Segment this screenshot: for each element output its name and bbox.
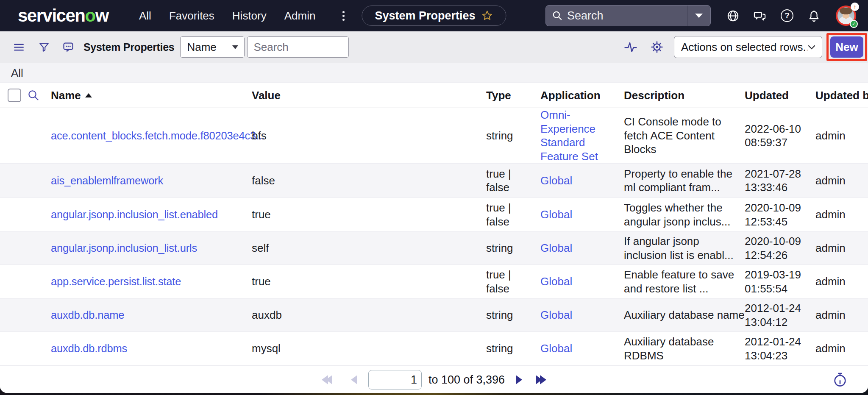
last-page-button[interactable] — [536, 375, 546, 384]
description-cell: If angular jsonp inclusion list is enabl… — [624, 234, 745, 262]
type-cell: string — [486, 342, 540, 356]
activity-stream-icon[interactable] — [624, 40, 637, 54]
application-link[interactable]: Global — [540, 208, 572, 221]
table-row[interactable]: auxdb.db.name auxdb string Global Auxili… — [0, 299, 868, 332]
nav-item-favorites[interactable]: Favorites — [169, 9, 214, 22]
list-search-input[interactable] — [247, 36, 349, 58]
row-gutter — [0, 232, 51, 264]
chat-icon[interactable] — [754, 9, 767, 22]
row-gutter — [0, 198, 51, 231]
table-row[interactable]: app.service.persist.list.state true true… — [0, 265, 868, 299]
type-cell: string — [486, 241, 540, 255]
application-link[interactable]: Omni-Experience Standard Feature Set — [540, 108, 598, 163]
value-cell: false — [252, 174, 486, 188]
actions-dropdown[interactable]: Actions on selected rows... — [674, 36, 822, 58]
table-row[interactable]: angular.jsonp.inclusion_list.enabled tru… — [0, 198, 868, 232]
value-cell: mysql — [252, 342, 486, 356]
type-cell: true | false — [486, 167, 540, 195]
column-header-type[interactable]: Type — [486, 89, 540, 102]
column-header-name-label: Name — [51, 89, 81, 102]
servicenow-logo[interactable]: servicenow — [18, 6, 108, 26]
favorite-star-icon[interactable] — [481, 10, 493, 22]
comments-icon[interactable] — [62, 41, 74, 53]
updated-cell: 2021-07-28 13:33:46 — [745, 167, 815, 195]
column-header-description[interactable]: Description — [624, 89, 745, 102]
application-link[interactable]: Global — [540, 309, 572, 321]
row-gutter — [0, 108, 51, 163]
type-cell: string — [486, 308, 540, 322]
user-avatar[interactable] — [836, 6, 856, 26]
table-row[interactable]: auxdb.db.rdbms mysql string Global Auxil… — [0, 332, 868, 366]
row-gutter — [0, 164, 51, 198]
page-number-input[interactable] — [368, 370, 422, 389]
table-row[interactable]: ais_enablemlframework false true | false… — [0, 164, 868, 198]
description-cell: Auxiliary database name — [624, 308, 745, 322]
settings-gear-icon[interactable] — [650, 40, 664, 54]
list-menu-icon[interactable] — [13, 42, 25, 53]
type-cell: true | false — [486, 268, 540, 295]
property-name-link[interactable]: ais_enablemlframework — [51, 175, 163, 186]
select-all-checkbox[interactable] — [8, 89, 21, 102]
application-link[interactable]: Global — [540, 174, 572, 187]
first-page-button[interactable] — [322, 375, 332, 384]
updated-cell: 2012-01-24 13:04:23 — [745, 335, 815, 362]
pagination-footer: to 100 of 3,396 — [0, 366, 868, 393]
updated-cell: 2020-10-09 12:54:26 — [745, 234, 815, 262]
property-name-link[interactable]: app.service.persist.list.state — [51, 275, 181, 287]
notifications-bell-icon[interactable] — [807, 9, 821, 22]
chevron-down-icon — [695, 14, 703, 18]
table-body: ace.content_blocks.fetch.mode.f80203e4c3… — [0, 108, 868, 366]
help-icon[interactable] — [781, 9, 793, 22]
new-button[interactable]: New — [830, 36, 863, 58]
type-cell: true | false — [486, 201, 540, 228]
column-header-updated[interactable]: Updated — [745, 89, 815, 102]
property-name-link[interactable]: auxdb.db.rdbms — [51, 342, 127, 354]
filter-icon[interactable] — [39, 42, 50, 53]
kebab-menu-icon[interactable] — [338, 9, 349, 22]
pinned-tab-system-properties[interactable]: System Properties — [362, 6, 506, 26]
application-link[interactable]: Global — [540, 242, 572, 254]
updated-by-cell: admin — [815, 129, 868, 143]
application-link[interactable]: Global — [540, 342, 572, 355]
property-name-link[interactable]: ace.content_blocks.fetch.mode.f80203e4c3… — [51, 130, 265, 142]
next-page-button[interactable] — [516, 375, 522, 384]
property-name-link[interactable]: angular.jsonp.inclusion_list.enabled — [51, 209, 218, 220]
property-name-link[interactable]: auxdb.db.name — [51, 309, 124, 321]
description-cell: Auxiliary database RDBMS — [624, 335, 745, 362]
nav-item-all[interactable]: All — [139, 9, 151, 22]
logo-text: servicen — [18, 6, 85, 25]
updated-by-cell: admin — [815, 342, 868, 356]
table-header-row: Name Value Type Application Description … — [0, 83, 868, 108]
description-cell: CI Console mode to fetch ACE Content Blo… — [624, 115, 745, 156]
column-header-application[interactable]: Application — [540, 89, 624, 102]
updated-cell: 2012-01-24 13:04:12 — [745, 301, 815, 329]
top-header-bar: servicenow All Favorites History Admin S… — [0, 0, 868, 31]
column-header-updated-by[interactable]: Updated by — [815, 89, 868, 102]
search-icon — [552, 10, 563, 21]
nav-item-history[interactable]: History — [232, 9, 267, 22]
page-title: System Properties — [83, 41, 174, 53]
search-field-selector[interactable]: Name — [180, 36, 245, 58]
search-scope-dropdown[interactable] — [687, 6, 710, 26]
status-check-badge — [850, 20, 858, 28]
table-row[interactable]: angular.jsonp.inclusion_list.urls self s… — [0, 232, 868, 265]
breadcrumb-all[interactable]: All — [11, 67, 23, 80]
property-name-link[interactable]: angular.jsonp.inclusion_list.urls — [51, 242, 197, 254]
updated-cell: 2022-06-10 08:59:37 — [745, 122, 815, 150]
updated-by-cell: admin — [815, 275, 868, 289]
application-link[interactable]: Global — [540, 275, 572, 288]
description-cell: Property to enable the ml compliant fram… — [624, 167, 745, 195]
response-time-stopwatch-icon[interactable] — [832, 372, 848, 387]
column-search-icon[interactable] — [27, 89, 40, 102]
nav-item-admin[interactable]: Admin — [284, 9, 316, 22]
table-row[interactable]: ace.content_blocks.fetch.mode.f80203e4c3… — [0, 108, 868, 164]
updated-by-cell: admin — [815, 174, 868, 188]
chevron-down-icon — [807, 44, 816, 50]
actions-dropdown-value: Actions on selected rows... — [681, 41, 807, 54]
global-search-input[interactable] — [567, 9, 687, 22]
globe-icon[interactable] — [726, 9, 740, 22]
column-header-name[interactable]: Name — [51, 89, 252, 102]
updated-by-cell: admin — [815, 308, 868, 322]
column-header-value[interactable]: Value — [252, 89, 486, 102]
previous-page-button[interactable] — [351, 375, 357, 384]
